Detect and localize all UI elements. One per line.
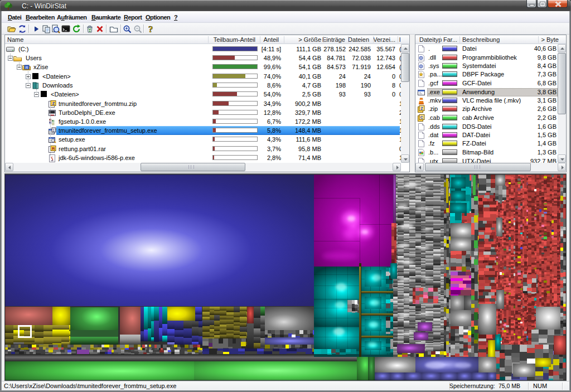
svg-text:Z: Z bbox=[420, 107, 423, 110]
svg-text:R: R bbox=[52, 146, 55, 151]
svg-text:C: C bbox=[420, 115, 423, 119]
svg-text:17: 17 bbox=[52, 128, 56, 132]
svg-text:Z: Z bbox=[52, 101, 55, 106]
svg-text:?: ? bbox=[148, 25, 153, 33]
svg-text:R: R bbox=[26, 66, 28, 70]
